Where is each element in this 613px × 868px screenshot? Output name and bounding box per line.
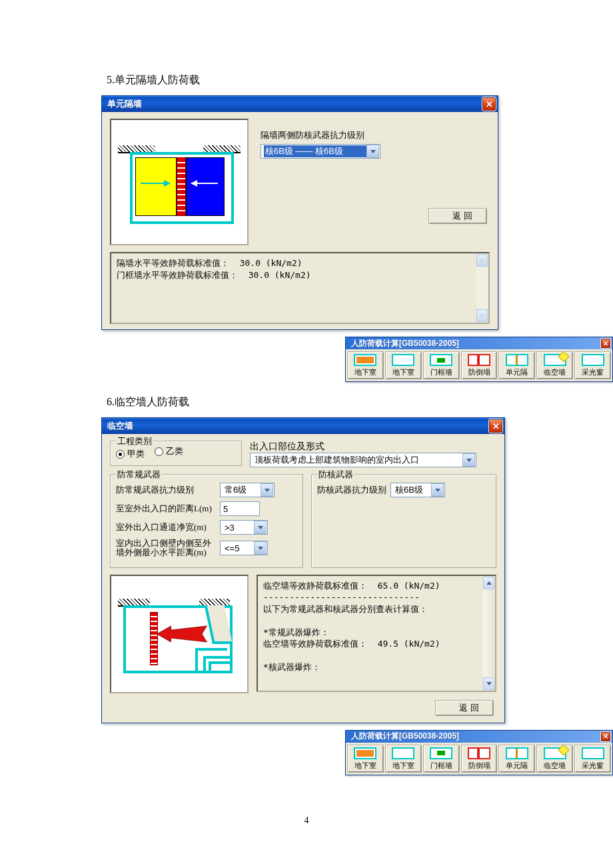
toolbar-title: 人防荷载计算[GB50038-2005] [351, 338, 600, 349]
close-icon[interactable]: ✕ [482, 97, 496, 111]
section6-title: 6.临空墙人防荷载 [0, 395, 613, 409]
chevron-down-icon[interactable] [462, 453, 475, 467]
return-button[interactable]: 返 回 [428, 208, 487, 224]
toolbar-title: 人防荷载计算[GB50038-2005] [351, 731, 600, 742]
project-type-group: 工程类别 甲类 乙类 [110, 441, 242, 466]
conv-d-select[interactable]: <=5 [220, 541, 268, 555]
output5: 隔墙水平等效静荷载标准值： 30.0 (kN/m2) 门框墙水平等效静荷载标准值… [110, 252, 490, 324]
nuclear-level-select[interactable]: 核6B级 —— 核6B级 [261, 144, 380, 159]
scrollbar[interactable] [476, 254, 488, 322]
chevron-down-icon[interactable] [254, 541, 267, 555]
nuc-level-select[interactable]: 核6B级 [390, 483, 445, 497]
tb-anticollapse[interactable]: 防倒塌 [461, 351, 498, 379]
tb-basement2[interactable]: 地下室 [385, 351, 422, 379]
chevron-down-icon[interactable] [431, 483, 444, 497]
chevron-down-icon[interactable] [261, 483, 273, 497]
tb-unitwall[interactable]: 单元隔 [498, 351, 535, 379]
scrollbar[interactable] [483, 577, 494, 690]
toolbar: 地下室 地下室 门框墙 防倒塌 单元隔 临空墙 采光窗 [346, 349, 612, 381]
section5-title: 5.单元隔墙人防荷载 [0, 73, 613, 87]
dialog5-title: 单元隔墙 [107, 98, 482, 110]
toolbar-window: 人防荷载计算[GB50038-2005] ✕ 地下室 地下室 门框墙 防倒塌 单… [345, 337, 613, 382]
tb-openwall[interactable]: 临空墙 [536, 351, 573, 379]
toolbar-window: 人防荷载计算[GB50038-2005] ✕ 地下室 地下室 门框墙 防倒塌 单… [345, 730, 613, 775]
blast-arrow-icon [155, 624, 209, 644]
scroll-down-icon[interactable] [483, 677, 494, 690]
radio-type-a[interactable]: 甲类 [116, 448, 145, 460]
tb-basement2[interactable]: 地下室 [385, 745, 422, 773]
output6: 临空墙等效静荷载标准值： 65.0 (kN/m2) --------------… [257, 575, 496, 692]
tb-openwall[interactable]: 临空墙 [536, 745, 573, 773]
nuclear-level-label: 隔墙两侧防核武器抗力级别 [261, 129, 490, 141]
tb-skylight[interactable]: 采光窗 [574, 745, 611, 773]
close-icon[interactable]: ✕ [600, 731, 611, 742]
tb-skylight[interactable]: 采光窗 [574, 351, 611, 379]
dialog5-titlebar: 单元隔墙 ✕ [102, 96, 498, 112]
page-number: 4 [0, 815, 613, 826]
toolbar: 地下室 地下室 门框墙 防倒塌 单元隔 临空墙 采光窗 [346, 743, 612, 775]
entry-type-label: 出入口部位及形式 [250, 441, 324, 453]
dialog6-titlebar: 临空墙 ✕ [102, 418, 504, 434]
dialog-unit-wall: 单元隔墙 ✕ [101, 95, 498, 330]
dialog-open-wall: 临空墙 ✕ 工程类别 甲类 乙类 出入口部位及形式 顶板荷载考虑 [101, 417, 505, 723]
chevron-down-icon[interactable] [366, 145, 379, 158]
return-button[interactable]: 返 回 [435, 700, 494, 716]
svg-marker-0 [157, 626, 207, 642]
close-icon[interactable]: ✕ [488, 419, 503, 433]
diagram5 [110, 119, 249, 245]
scroll-down-icon[interactable] [476, 309, 488, 322]
diagram6 [110, 575, 249, 693]
radio-type-b[interactable]: 乙类 [155, 445, 183, 457]
tb-doorframe[interactable]: 门框墙 [423, 745, 460, 773]
entry-type-select[interactable]: 顶板荷载考虑上部建筑物影响的室内出入口 [250, 453, 476, 467]
conv-w-select[interactable]: >3 [220, 520, 268, 535]
conventional-group: 防常规武器 防常规武器抗力级别 常6级 至室外出入口的距离L(m) 5 [110, 474, 303, 568]
tb-unitwall[interactable]: 单元隔 [498, 745, 535, 773]
tb-basement1[interactable]: 地下室 [347, 351, 384, 379]
scroll-up-icon[interactable] [476, 254, 488, 267]
close-icon[interactable]: ✕ [600, 338, 611, 349]
tb-doorframe[interactable]: 门框墙 [423, 351, 460, 379]
dialog6-title: 临空墙 [107, 420, 488, 432]
tb-basement1[interactable]: 地下室 [347, 745, 384, 773]
conv-l-input[interactable]: 5 [220, 501, 260, 516]
conv-level-select[interactable]: 常6级 [220, 483, 275, 497]
chevron-down-icon[interactable] [254, 521, 267, 534]
tb-anticollapse[interactable]: 防倒塌 [461, 745, 498, 773]
scroll-up-icon[interactable] [483, 577, 494, 589]
nuclear-group: 防核武器 防核武器抗力级别 核6B级 [311, 474, 496, 568]
